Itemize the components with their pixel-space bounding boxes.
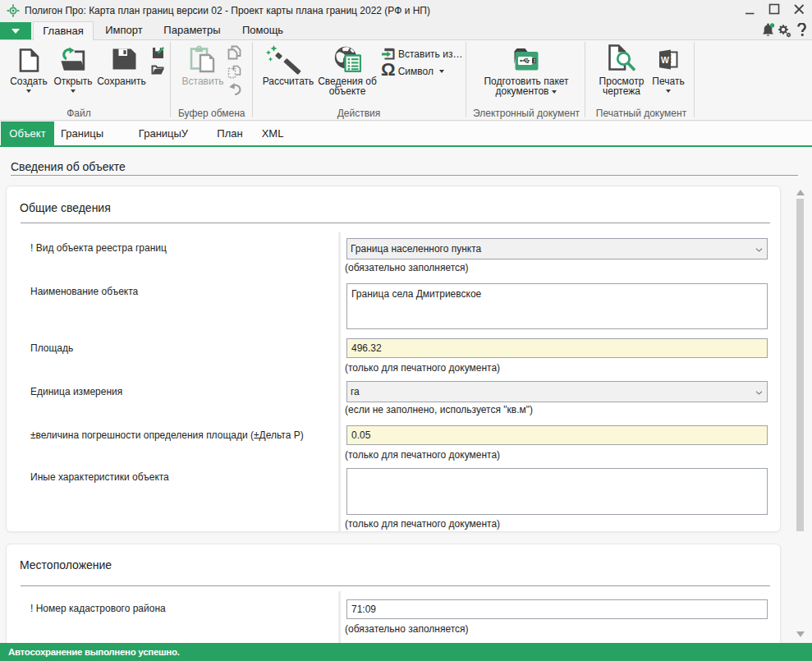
settings-gears-icon[interactable]: [778, 24, 791, 38]
object-info-button[interactable]: Сведения об объекте: [316, 43, 378, 102]
omega-icon: Ω: [381, 62, 396, 78]
ribbon-separator: [252, 42, 253, 117]
close-button[interactable]: [787, 0, 810, 21]
paste-special-button[interactable]: [227, 65, 241, 79]
object-kind-select[interactable]: Граница населенного пункта: [346, 238, 768, 259]
undo-icon: [228, 82, 242, 95]
other-characteristics-textarea[interactable]: [346, 468, 768, 515]
paste-clipboard-icon: [190, 43, 217, 72]
usb-folder-icon: [514, 43, 539, 72]
open-folder-icon: [61, 43, 85, 72]
preview-drawing-button[interactable]: Просмотр чертежа: [594, 43, 649, 102]
undo-button[interactable]: [228, 82, 242, 95]
ribbon-group-label-clipboard: Буфер обмена: [178, 108, 244, 119]
new-document-icon: [19, 43, 39, 72]
symbol-button[interactable]: Ω Символ: [381, 65, 444, 78]
chevron-down-icon: [71, 90, 76, 93]
section-rule: [21, 223, 770, 223]
chevron-down-icon: [11, 29, 20, 34]
paste-button[interactable]: Вставить: [180, 43, 226, 102]
save-as-button[interactable]: [152, 47, 164, 59]
column-divider: [338, 591, 341, 644]
menu-tab-help[interactable]: Помощь: [232, 21, 293, 39]
vertical-scrollbar[interactable]: [793, 147, 807, 643]
ribbon: Создать Открыть: [0, 39, 812, 121]
select-value: Граница населенного пункта: [351, 243, 481, 255]
column-divider: [338, 232, 341, 531]
doc-tab-object[interactable]: Объект: [1, 122, 54, 145]
ribbon-separator: [585, 42, 585, 117]
scroll-up-arrow[interactable]: [796, 188, 805, 197]
open-small-button[interactable]: [151, 64, 164, 76]
cadastral-district-input[interactable]: [346, 599, 768, 619]
magic-wand-icon: [271, 43, 305, 72]
ribbon-separator: [170, 42, 171, 117]
ribbon-group-label-printdoc: Печатный документ: [588, 108, 695, 119]
file-menu-button[interactable]: [0, 22, 31, 39]
section-general-info: Общие сведения ! Вид объекта реестра гра…: [6, 186, 781, 532]
chevron-down-icon: [755, 248, 763, 252]
area-input[interactable]: [346, 338, 768, 358]
ribbon-group-label-actions: Действия: [326, 108, 392, 119]
unit-select[interactable]: га: [346, 381, 768, 402]
object-info-globe-icon: [334, 43, 361, 72]
chevron-down-icon: [755, 391, 763, 395]
calculate-button[interactable]: Рассчитать: [261, 43, 315, 102]
create-button[interactable]: Создать: [8, 43, 49, 102]
field-hint: (обязательно заполняется): [345, 623, 469, 635]
section-title: Общие сведения: [20, 201, 111, 214]
content-area: Сведения об объекте Общие сведения ! Вид…: [0, 147, 812, 643]
field-label: ! Номер кадастрового района: [30, 604, 166, 614]
help-icon[interactable]: [797, 23, 806, 36]
doc-tab-plan[interactable]: План: [207, 122, 253, 145]
section-rule: [21, 585, 770, 586]
doc-tab-borders[interactable]: Границы: [57, 122, 107, 145]
doc-tab-xml[interactable]: XML: [256, 122, 289, 145]
word-document-icon: W: [658, 43, 678, 72]
status-bar: Автосохранение выполнено успешно.: [0, 643, 812, 661]
prepare-package-button[interactable]: Подготовить пакет документов: [479, 43, 573, 102]
field-label: Иные характеристики объекта: [30, 472, 169, 483]
open-folder-small-icon: [151, 64, 164, 76]
print-button[interactable]: W Печать: [651, 43, 686, 102]
scroll-down-arrow[interactable]: [796, 630, 805, 639]
menu-tab-parameters[interactable]: Параметры: [155, 21, 229, 39]
open-button[interactable]: Открыть: [53, 43, 94, 102]
chevron-down-icon: [666, 90, 671, 93]
preview-magnifier-icon: [608, 43, 636, 72]
ribbon-group-label-file: Файл: [46, 108, 112, 119]
svg-text:W: W: [661, 55, 669, 65]
copy-button[interactable]: [227, 45, 241, 60]
paste-special-icon: [227, 65, 241, 79]
field-hint: (если не заполнено, используется "кв.м"): [345, 404, 533, 415]
object-name-textarea[interactable]: Граница села Дмитриевское: [346, 283, 768, 329]
page-title: Сведения об объекте: [11, 160, 126, 173]
menu-tab-home[interactable]: Главная: [33, 21, 94, 40]
maximize-button[interactable]: [763, 0, 786, 21]
field-label: ! Вид объекта реестра границ: [30, 243, 167, 254]
section-title: Местоположение: [20, 558, 112, 571]
field-hint: (только для печатного документа): [345, 362, 500, 374]
menu-tab-import[interactable]: Импорт: [96, 21, 152, 39]
scrollbar-thumb[interactable]: [796, 199, 804, 531]
status-message: Автосохранение выполнено успешно.: [8, 647, 180, 657]
document-tab-strip: Объект Границы ГраницыУ План XML: [0, 122, 812, 145]
select-value: га: [351, 386, 360, 397]
field-label: Единица измерения: [30, 387, 122, 397]
title-bar: Полигон Про: Карта план границ версии 02…: [0, 0, 812, 21]
field-hint: (обязательно заполняется): [345, 262, 469, 273]
field-hint: (только для печатного документа): [345, 518, 500, 530]
app-logo-icon: [7, 4, 20, 17]
save-button[interactable]: Сохранить: [97, 43, 146, 102]
doc-tab-borders-u[interactable]: ГраницыУ: [134, 122, 193, 145]
minimize-button[interactable]: [738, 0, 761, 21]
save-as-icon: [152, 47, 164, 59]
ribbon-group-label-edoc: Электронный документ: [472, 108, 580, 119]
area-tolerance-input[interactable]: [346, 425, 768, 445]
field-hint: (только для печатного документа): [345, 449, 500, 461]
field-label: Площадь: [30, 343, 73, 354]
field-label: Наименование объекта: [30, 287, 138, 297]
field-label: ±величина погрешности определения площад…: [30, 430, 304, 441]
save-floppy-icon: [107, 43, 136, 72]
notifications-bell-icon[interactable]: [760, 22, 776, 38]
